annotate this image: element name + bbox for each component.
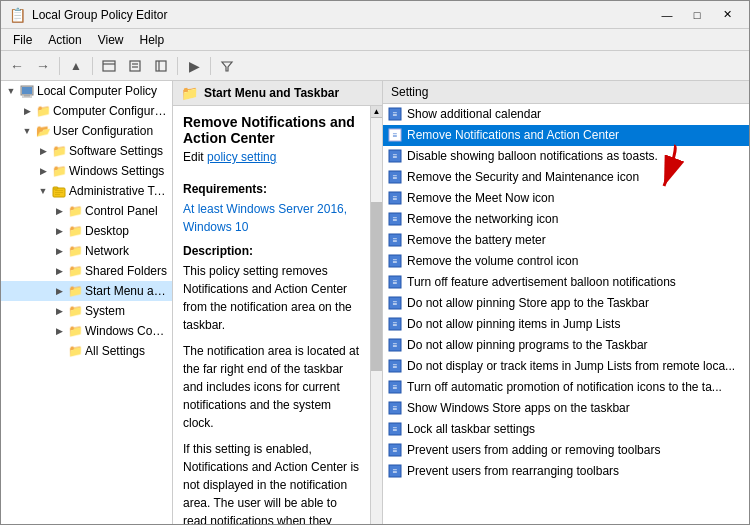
- toolbar-separator-1: [59, 57, 60, 75]
- tree-item-user-config[interactable]: ▼ 📂 User Configuration: [1, 121, 172, 141]
- settings-item-prevent-rearranging[interactable]: ≡Prevent users from rearranging toolbars: [383, 461, 749, 482]
- svg-text:≡: ≡: [393, 404, 398, 413]
- toggle-control-panel[interactable]: ▶: [51, 203, 67, 219]
- show-hide-button[interactable]: [97, 54, 121, 78]
- folder-icon-shared: 📁: [67, 263, 83, 279]
- menu-file[interactable]: File: [5, 31, 40, 49]
- policy-setting-link[interactable]: policy setting: [207, 150, 276, 164]
- settings-item-label-remove-security: Remove the Security and Maintenance icon: [407, 170, 745, 184]
- tree-item-local-computer[interactable]: ▼ Local Computer Policy: [1, 81, 172, 101]
- settings-item-show-additional-calendar[interactable]: ≡Show additional calendar: [383, 104, 749, 125]
- right-panel-header: Setting: [383, 81, 749, 104]
- toggle-network[interactable]: ▶: [51, 243, 67, 259]
- tree-item-network[interactable]: ▶ 📁 Network: [1, 241, 172, 261]
- svg-text:≡: ≡: [393, 341, 398, 350]
- svg-text:≡: ≡: [393, 152, 398, 161]
- scroll-thumb[interactable]: [371, 202, 382, 371]
- svg-text:≡: ≡: [393, 236, 398, 245]
- settings-item-disable-balloon[interactable]: ≡Disable showing balloon notifications a…: [383, 146, 749, 167]
- toggle-software-settings[interactable]: ▶: [35, 143, 51, 159]
- up-button[interactable]: ▲: [64, 54, 88, 78]
- tree-item-control-panel[interactable]: ▶ 📁 Control Panel: [1, 201, 172, 221]
- policy-icon-remove-volume: ≡: [387, 253, 403, 269]
- settings-item-turn-off-auto-promo[interactable]: ≡Turn off automatic promotion of notific…: [383, 377, 749, 398]
- settings-item-no-pin-jump[interactable]: ≡Do not allow pinning items in Jump List…: [383, 314, 749, 335]
- settings-item-turn-off-feature-ads[interactable]: ≡Turn off feature advertisement balloon …: [383, 272, 749, 293]
- tree-item-system[interactable]: ▶ 📁 System: [1, 301, 172, 321]
- edit-label: Edit: [183, 150, 204, 164]
- settings-item-prevent-adding-toolbars[interactable]: ≡Prevent users from adding or removing t…: [383, 440, 749, 461]
- settings-item-remove-meet-now[interactable]: ≡Remove the Meet Now icon: [383, 188, 749, 209]
- tree-item-admin-templates[interactable]: ▼ Administrative Templ...: [1, 181, 172, 201]
- svg-text:≡: ≡: [393, 425, 398, 434]
- settings-list: ≡Show additional calendar≡Remove Notific…: [383, 104, 749, 525]
- settings-item-remove-notifications[interactable]: ≡Remove Notifications and Action Center: [383, 125, 749, 146]
- policy-icon-remove-networking: ≡: [387, 211, 403, 227]
- policy-icon-remove-meet-now: ≡: [387, 190, 403, 206]
- requirements-text: At least Windows Server 2016, Windows 10: [183, 200, 360, 236]
- policy-icon-remove-notifications: ≡: [387, 127, 403, 143]
- svg-text:≡: ≡: [393, 320, 398, 329]
- tree-panel: ▼ Local Computer Policy ▶ 📁 Computer Con…: [1, 81, 173, 525]
- svg-text:≡: ≡: [393, 194, 398, 203]
- menu-help[interactable]: Help: [132, 31, 173, 49]
- toggle-computer-config[interactable]: ▶: [19, 103, 35, 119]
- svg-rect-11: [22, 87, 32, 94]
- scroll-up-btn[interactable]: ▲: [371, 106, 382, 118]
- toggle-local-computer[interactable]: ▼: [3, 83, 19, 99]
- middle-scrollbar[interactable]: ▲ ▼: [370, 106, 382, 525]
- tree-item-shared-folders[interactable]: ▶ 📁 Shared Folders: [1, 261, 172, 281]
- content-area: ▼ Local Computer Policy ▶ 📁 Computer Con…: [1, 81, 749, 525]
- minimize-button[interactable]: —: [653, 4, 681, 26]
- settings-item-no-pin-store[interactable]: ≡Do not allow pinning Store app to the T…: [383, 293, 749, 314]
- settings-item-label-remove-volume: Remove the volume control icon: [407, 254, 745, 268]
- toolbar-separator-2: [92, 57, 93, 75]
- toggle-desktop[interactable]: ▶: [51, 223, 67, 239]
- toggle-windows-settings[interactable]: ▶: [35, 163, 51, 179]
- settings-item-remove-networking[interactable]: ≡Remove the networking icon: [383, 209, 749, 230]
- settings-item-no-pin-programs[interactable]: ≡Do not allow pinning programs to the Ta…: [383, 335, 749, 356]
- settings-item-no-display-track[interactable]: ≡Do not display or track items in Jump L…: [383, 356, 749, 377]
- tree-item-all-settings[interactable]: ▶ 📁 All Settings: [1, 341, 172, 361]
- settings-item-label-prevent-adding-toolbars: Prevent users from adding or removing to…: [407, 443, 745, 457]
- tree-item-desktop[interactable]: ▶ 📁 Desktop: [1, 221, 172, 241]
- setting-header-text: Setting: [391, 85, 428, 99]
- folder-icon-windows: 📁: [51, 163, 67, 179]
- svg-text:≡: ≡: [393, 173, 398, 182]
- menu-view[interactable]: View: [90, 31, 132, 49]
- tree-item-software-settings[interactable]: ▶ 📁 Software Settings: [1, 141, 172, 161]
- tree-item-windows-settings[interactable]: ▶ 📁 Windows Settings: [1, 161, 172, 181]
- toggle-user-config[interactable]: ▼: [19, 123, 35, 139]
- settings-item-show-store-apps[interactable]: ≡Show Windows Store apps on the taskbar: [383, 398, 749, 419]
- requirements-label: Requirements:: [183, 180, 360, 198]
- policy-icon-prevent-rearranging: ≡: [387, 463, 403, 479]
- close-button[interactable]: ✕: [713, 4, 741, 26]
- toggle-system[interactable]: ▶: [51, 303, 67, 319]
- svg-rect-15: [55, 192, 63, 193]
- policy-icon-remove-security: ≡: [387, 169, 403, 185]
- settings-item-label-prevent-rearranging: Prevent users from rearranging toolbars: [407, 464, 745, 478]
- settings-item-remove-security[interactable]: ≡Remove the Security and Maintenance ico…: [383, 167, 749, 188]
- properties-button[interactable]: [123, 54, 147, 78]
- toolbar-separator-3: [177, 57, 178, 75]
- maximize-button[interactable]: □: [683, 4, 711, 26]
- toggle-start-menu[interactable]: ▶: [51, 283, 67, 299]
- toggle-windows-comp[interactable]: ▶: [51, 323, 67, 339]
- settings-item-lock-taskbar[interactable]: ≡Lock all taskbar settings: [383, 419, 749, 440]
- filter-button[interactable]: [215, 54, 239, 78]
- extend-button[interactable]: [149, 54, 173, 78]
- back-button[interactable]: ←: [5, 54, 29, 78]
- policy-icon-show-store-apps: ≡: [387, 400, 403, 416]
- toggle-admin-templates[interactable]: ▼: [35, 183, 51, 199]
- tree-item-windows-comp[interactable]: ▶ 📁 Windows Comp...: [1, 321, 172, 341]
- settings-item-remove-battery[interactable]: ≡Remove the battery meter: [383, 230, 749, 251]
- menu-action[interactable]: Action: [40, 31, 89, 49]
- tree-item-start-menu[interactable]: ▶ 📁 Start Menu and...: [1, 281, 172, 301]
- run-button[interactable]: ▶: [182, 54, 206, 78]
- tree-item-computer-config[interactable]: ▶ 📁 Computer Configuratio...: [1, 101, 172, 121]
- forward-button[interactable]: →: [31, 54, 55, 78]
- toggle-shared-folders[interactable]: ▶: [51, 263, 67, 279]
- folder-icon-admin: [51, 183, 67, 199]
- settings-item-remove-volume[interactable]: ≡Remove the volume control icon: [383, 251, 749, 272]
- svg-text:≡: ≡: [393, 215, 398, 224]
